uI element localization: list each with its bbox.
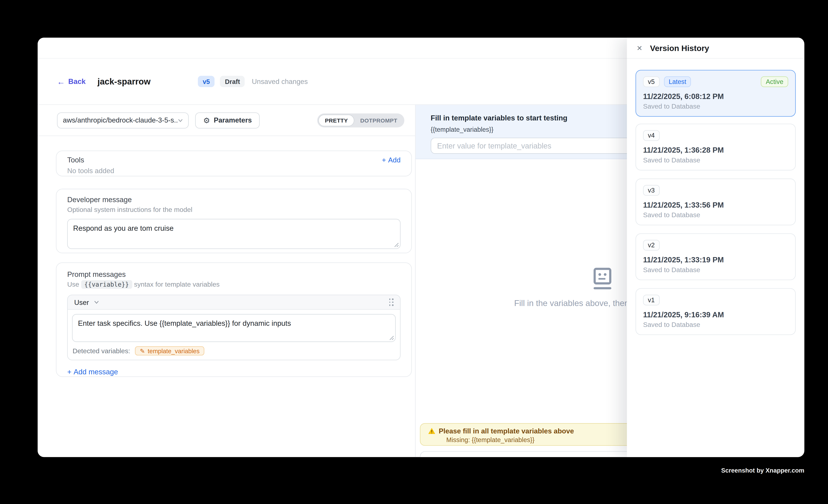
prompt-messages-card: Prompt messages Use {{variable}} syntax …	[56, 262, 412, 377]
tools-card: Tools + Add No tools added	[56, 151, 412, 176]
role-selector[interactable]: User	[74, 298, 99, 306]
developer-message-card: Developer message Optional system instru…	[56, 189, 412, 253]
add-tool-button[interactable]: + Add	[382, 156, 401, 164]
chevron-down-icon	[178, 119, 183, 122]
version-list: v5 Latest Active 11/22/2025, 6:08:12 PM …	[627, 58, 804, 335]
drag-handle-icon[interactable]	[389, 298, 394, 306]
xnapper-watermark: Screenshot by Xnapper.com	[721, 467, 804, 474]
parameters-label: Parameters	[214, 116, 252, 124]
resize-handle-icon[interactable]	[389, 336, 394, 340]
prompt-message-block: User Enter task specifics. Use {{templat…	[67, 295, 401, 361]
version-history-panel: ✕ Version History v5 Latest Active 11/22…	[627, 38, 804, 457]
tools-empty-text: No tools added	[67, 167, 401, 175]
message-header: User	[68, 295, 400, 310]
version-history-header: ✕ Version History	[627, 38, 804, 58]
warning-icon	[428, 427, 436, 434]
developer-message-subtitle: Optional system instructions for the mod…	[67, 206, 401, 213]
pencil-icon: ✎	[140, 347, 145, 354]
detected-variables-label: Detected variables:	[73, 347, 130, 354]
toggle-option-pretty[interactable]: PRETTY	[319, 114, 354, 126]
back-label: Back	[68, 77, 86, 85]
page-title: jack-sparrow	[97, 77, 151, 86]
version-timestamp: 11/22/2025, 6:08:12 PM	[643, 92, 788, 101]
latest-badge: Latest	[664, 76, 691, 87]
editor-pane: aws/anthropic/bedrock-claude-3-5-s... ⚙ …	[38, 105, 415, 457]
format-toggle: PRETTY DOTPROMPT	[318, 113, 404, 127]
screenshot-stage: ← Back jack-sparrow v5 Draft Unsaved cha…	[0, 0, 828, 504]
version-timestamp: 11/21/2025, 1:36:28 PM	[643, 146, 788, 154]
parameters-button[interactable]: ⚙ Parameters	[195, 112, 260, 128]
version-number-badge: v5	[643, 76, 660, 87]
editor-scroll-area: Tools + Add No tools added Developer mes…	[38, 136, 415, 377]
version-card-v4[interactable]: v4 11/21/2025, 1:36:28 PM Saved to Datab…	[635, 124, 796, 170]
version-number-badge: v3	[643, 185, 660, 196]
close-icon[interactable]: ✕	[636, 44, 643, 51]
version-number-badge: v2	[643, 240, 660, 251]
warning-title: Please fill in all template variables ab…	[439, 427, 574, 435]
version-timestamp: 11/21/2025, 1:33:19 PM	[643, 255, 788, 264]
back-button[interactable]: ← Back	[57, 77, 86, 85]
robot-icon	[593, 268, 611, 289]
version-status: Saved to Database	[643, 211, 788, 219]
gear-icon: ⚙	[203, 117, 210, 124]
version-number-badge: v4	[643, 130, 660, 141]
add-message-button[interactable]: + Add message	[67, 368, 118, 376]
version-card-v1[interactable]: v1 11/21/2025, 9:16:39 AM Saved to Datab…	[635, 288, 796, 335]
plus-icon: +	[382, 156, 386, 164]
prompt-messages-title: Prompt messages	[67, 270, 401, 279]
version-card-v2[interactable]: v2 11/21/2025, 1:33:19 PM Saved to Datab…	[635, 234, 796, 280]
app-window: ← Back jack-sparrow v5 Draft Unsaved cha…	[38, 38, 804, 457]
plus-icon: +	[67, 368, 72, 376]
developer-message-input[interactable]: Respond as you are tom cruise	[67, 219, 401, 249]
model-selector[interactable]: aws/anthropic/bedrock-claude-3-5-s...	[57, 112, 189, 128]
version-card-v5[interactable]: v5 Latest Active 11/22/2025, 6:08:12 PM …	[635, 70, 796, 117]
version-status: Saved to Database	[643, 266, 788, 274]
version-timestamp: 11/21/2025, 1:33:56 PM	[643, 201, 788, 209]
version-status: Saved to Database	[643, 103, 788, 110]
draft-status-badge: Draft	[220, 76, 245, 87]
resize-handle-icon[interactable]	[394, 243, 399, 248]
message-content-input[interactable]: Enter task specifics. Use {{template_var…	[72, 314, 396, 342]
active-badge: Active	[761, 76, 788, 87]
version-number-badge: v1	[643, 295, 660, 305]
developer-message-title: Developer message	[67, 196, 401, 204]
back-arrow-icon: ←	[57, 77, 65, 85]
version-badge: v5	[198, 76, 215, 87]
version-status: Saved to Database	[643, 156, 788, 164]
template-variable-chip[interactable]: ✎ template_variables	[135, 346, 204, 355]
message-body: Enter task specifics. Use {{template_var…	[68, 310, 400, 342]
version-status: Saved to Database	[643, 321, 788, 329]
toggle-option-dotprompt[interactable]: DOTPROMPT	[354, 114, 403, 126]
role-label: User	[74, 298, 89, 306]
version-history-title: Version History	[650, 43, 709, 52]
version-timestamp: 11/21/2025, 9:16:39 AM	[643, 310, 788, 319]
unsaved-changes-label: Unsaved changes	[252, 77, 308, 85]
tools-title: Tools	[67, 156, 84, 164]
model-selector-value: aws/anthropic/bedrock-claude-3-5-s...	[63, 116, 178, 124]
prompt-messages-subtitle: Use {{variable}} syntax for template var…	[67, 281, 401, 288]
chevron-down-icon	[94, 301, 99, 304]
model-toolbar: aws/anthropic/bedrock-claude-3-5-s... ⚙ …	[38, 105, 415, 136]
version-card-v3[interactable]: v3 11/21/2025, 1:33:56 PM Saved to Datab…	[635, 179, 796, 225]
detected-variables-row: Detected variables: ✎ template_variables	[68, 342, 400, 360]
variable-syntax-chip: {{variable}}	[81, 280, 132, 289]
